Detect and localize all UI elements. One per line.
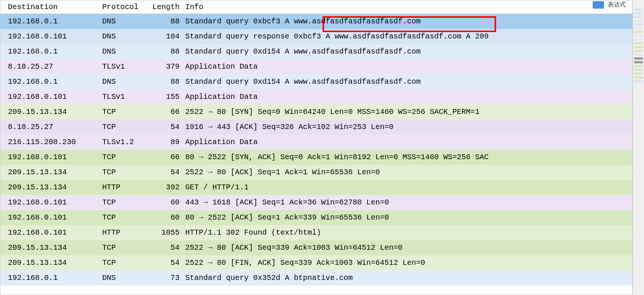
cell-destination: 209.15.13.134: [0, 243, 102, 253]
minimap-tick: [634, 35, 643, 37]
table-row[interactable]: 209.15.13.134TCP542522 → 80 [ACK] Seq=1 …: [0, 165, 632, 180]
table-row[interactable]: 8.18.25.27TLSv1379Application Data: [0, 59, 632, 74]
minimap-sidebar[interactable]: [633, 0, 644, 295]
cell-destination: 192.168.0.101: [0, 212, 102, 223]
cell-destination: 209.15.13.134: [0, 107, 102, 117]
cell-length: 379: [148, 61, 183, 72]
minimap-tick: [634, 27, 643, 29]
cell-protocol: DNS: [102, 16, 148, 27]
cell-length: 73: [148, 273, 183, 283]
cell-info: 443 → 1618 [ACK] Seq=1 Ack=36 Win=62780 …: [183, 197, 632, 208]
minimap-tick: [634, 76, 643, 78]
cell-length: 54: [148, 243, 183, 253]
header-protocol[interactable]: Protocol: [102, 3, 148, 11]
ribbon-icon[interactable]: [593, 1, 604, 9]
table-row[interactable]: 192.168.0.101HTTP1055HTTP/1.1 302 Found …: [0, 225, 632, 240]
table-row[interactable]: 209.15.13.134HTTP392GET / HTTP/1.1: [0, 180, 632, 195]
cell-info: Application Data: [183, 92, 632, 102]
cell-length: 54: [148, 258, 183, 268]
cell-protocol: DNS: [102, 46, 148, 57]
header-info[interactable]: Info: [183, 3, 632, 11]
table-header[interactable]: Destination Protocol Length Info: [0, 0, 632, 14]
cell-length: 1055: [148, 227, 183, 238]
cell-length: 104: [148, 31, 183, 42]
minimap-tick: [634, 72, 643, 75]
packet-rows[interactable]: 192.168.0.1DNS88Standard query 0xbcf3 A …: [0, 14, 632, 286]
cell-protocol: TCP: [102, 243, 148, 253]
cell-length: 54: [148, 122, 183, 132]
cell-length: 392: [148, 182, 183, 193]
cell-length: 155: [148, 92, 183, 102]
cell-info: Application Data: [183, 137, 632, 148]
cell-destination: 8.18.25.27: [0, 122, 102, 132]
table-row[interactable]: 192.168.0.101DNS104Standard query respon…: [0, 29, 632, 44]
cell-info: Standard query 0xbcf3 A www.asdfasdfasdf…: [183, 16, 632, 27]
cell-length: 88: [148, 77, 183, 87]
table-row[interactable]: 192.168.0.101TCP6680 → 2522 [SYN, ACK] S…: [0, 150, 632, 165]
cell-info: 80 → 2522 [SYN, ACK] Seq=0 Ack=1 Win=819…: [183, 152, 632, 163]
table-row[interactable]: 192.168.0.101TCP6080 → 2522 [ACK] Seq=1 …: [0, 210, 632, 225]
cell-length: 88: [148, 16, 183, 27]
cell-destination: 8.18.25.27: [0, 61, 102, 72]
cell-info: HTTP/1.1 302 Found (text/html): [183, 227, 632, 238]
cell-info: 2522 → 80 [ACK] Seq=1 Ack=1 Win=65536 Le…: [183, 167, 632, 178]
cell-info: Standard query 0xd154 A www.asdfasdfasdf…: [183, 77, 632, 87]
app-window: Destination Protocol Length Info 192.168…: [0, 0, 644, 295]
minimap-tick: [634, 16, 643, 18]
cell-destination: 192.168.0.1: [0, 16, 102, 27]
table-row[interactable]: 8.18.25.27TCP541916 → 443 [ACK] Seq=326 …: [0, 120, 632, 135]
minimap-tick: [634, 46, 643, 48]
packet-list-panel[interactable]: Destination Protocol Length Info 192.168…: [0, 0, 633, 295]
cell-info: 2522 → 80 [SYN] Seq=0 Win=64240 Len=0 MS…: [183, 107, 632, 117]
minimap-tick: [634, 38, 643, 41]
minimap-tick: [634, 61, 643, 63]
cell-info: Standard query 0x352d A btpnative.com: [183, 273, 632, 283]
minimap-tick: [634, 23, 643, 26]
cell-protocol: TCP: [102, 107, 148, 117]
minimap-tick: [634, 8, 643, 11]
cell-length: 60: [148, 212, 183, 223]
table-row[interactable]: 216.115.208.230TLSv1.289Application Data: [0, 135, 632, 150]
table-row[interactable]: 209.15.13.134TCP542522 → 80 [FIN, ACK] S…: [0, 255, 632, 270]
table-row[interactable]: 192.168.0.1DNS88Standard query 0xd154 A …: [0, 74, 632, 89]
cell-info: 2522 → 80 [FIN, ACK] Seq=339 Ack=1003 Wi…: [183, 258, 632, 268]
minimap-tick: [634, 65, 643, 67]
cell-info: Standard query 0xd154 A www.asdfasdfasdf…: [183, 46, 632, 57]
minimap-tick: [634, 20, 643, 22]
cell-length: 66: [148, 107, 183, 117]
cell-destination: 192.168.0.101: [0, 197, 102, 208]
minimap-tick: [634, 57, 643, 60]
table-row[interactable]: 192.168.0.1DNS73Standard query 0x352d A …: [0, 270, 632, 286]
cell-info: 1916 → 443 [ACK] Seq=326 Ack=102 Win=253…: [183, 122, 632, 132]
header-destination[interactable]: Destination: [0, 3, 102, 11]
cell-destination: 192.168.0.101: [0, 92, 102, 102]
minimap-tick: [634, 42, 643, 45]
cell-protocol: TLSv1.2: [102, 137, 148, 148]
minimap-tick: [634, 12, 643, 14]
cell-info: Application Data: [183, 61, 632, 72]
cell-length: 60: [148, 197, 183, 208]
minimap-tick: [634, 69, 643, 71]
cell-destination: 192.168.0.1: [0, 273, 102, 283]
cell-protocol: TLSv1: [102, 61, 148, 72]
cell-protocol: TCP: [102, 152, 148, 163]
cell-info: 80 → 2522 [ACK] Seq=1 Ack=339 Win=65536 …: [183, 212, 632, 223]
table-row[interactable]: 209.15.13.134TCP662522 → 80 [SYN] Seq=0 …: [0, 104, 632, 120]
cell-info: GET / HTTP/1.1: [183, 182, 632, 193]
minimap-tick: [634, 31, 643, 33]
cell-destination: 209.15.13.134: [0, 182, 102, 193]
cell-protocol: DNS: [102, 31, 148, 42]
cell-destination: 192.168.0.1: [0, 46, 102, 57]
table-row[interactable]: 192.168.0.1DNS88Standard query 0xd154 A …: [0, 44, 632, 59]
cell-destination: 216.115.208.230: [0, 137, 102, 148]
cell-destination: 209.15.13.134: [0, 258, 102, 268]
table-row[interactable]: 192.168.0.101TLSv1155Application Data: [0, 89, 632, 104]
minimap-tick: [634, 80, 643, 82]
table-row[interactable]: 192.168.0.1DNS88Standard query 0xbcf3 A …: [0, 14, 632, 29]
cell-destination: 209.15.13.134: [0, 167, 102, 178]
cell-protocol: TCP: [102, 197, 148, 208]
header-length[interactable]: Length: [148, 3, 183, 11]
table-row[interactable]: 192.168.0.101TCP60443 → 1618 [ACK] Seq=1…: [0, 195, 632, 210]
table-row[interactable]: 209.15.13.134TCP542522 → 80 [ACK] Seq=33…: [0, 240, 632, 255]
top-ribbon: 表达式: [590, 0, 629, 9]
